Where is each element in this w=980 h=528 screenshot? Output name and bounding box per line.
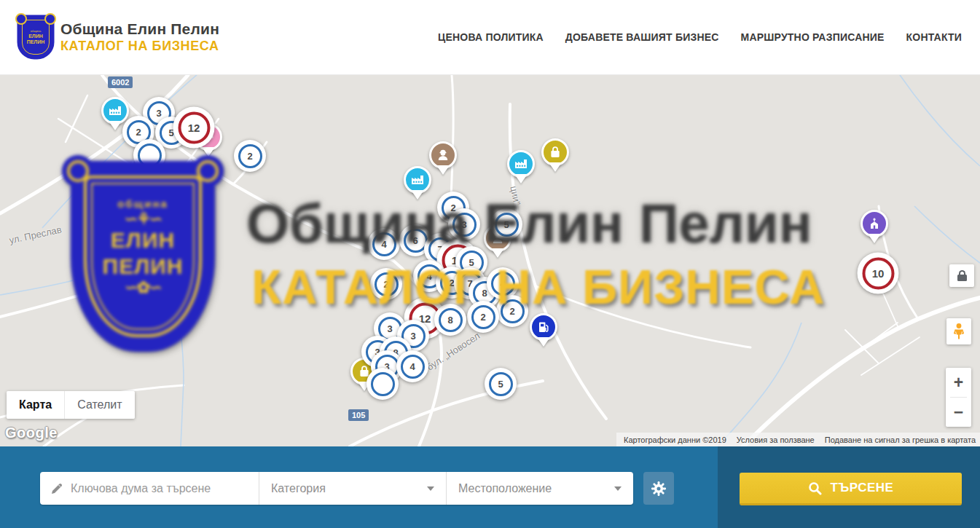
cluster-marker[interactable]: 8 <box>434 304 466 336</box>
road-number-badge: 6002 <box>108 76 133 88</box>
brand[interactable]: община ЕЛИНПЕЛИН Община Елин Пелин КАТАЛ… <box>18 16 219 58</box>
cluster-marker[interactable] <box>133 139 165 171</box>
cluster-count: 2 <box>375 272 399 296</box>
map-attribution: Картографски данни ©2019 Условия за полз… <box>616 433 980 446</box>
cluster-count <box>371 372 395 396</box>
header: община ЕЛИНПЕЛИН Община Елин Пелин КАТАЛ… <box>0 0 980 75</box>
cluster-marker[interactable]: 12 <box>173 107 215 149</box>
nav-schedule[interactable]: МАРШРУТНО РАЗПИСАНИЕ <box>741 31 885 43</box>
cluster-count: 10 <box>862 257 894 289</box>
chevron-down-icon <box>427 486 434 491</box>
cluster-marker[interactable]: 5 <box>485 368 517 400</box>
municipality-crest-logo: община ЕЛИНПЕЛИН <box>18 16 53 58</box>
map[interactable]: 6002105ул. Преславбул. „Новоселции" 3251… <box>0 75 980 446</box>
site-subtitle: КАТАЛОГ НА БИЗНЕСА <box>60 39 219 54</box>
google-logo: Google <box>5 425 58 441</box>
cluster-marker[interactable]: 4 <box>396 350 428 382</box>
cluster-count: 5 <box>495 213 519 237</box>
cluster-count <box>138 143 162 168</box>
map-type-satellite-button[interactable]: Сателит <box>64 391 134 419</box>
cluster-marker[interactable]: 10 <box>858 253 899 294</box>
location-select[interactable]: Местоположение <box>446 472 633 505</box>
cluster-count: 3 <box>452 213 477 237</box>
road-number-badge: 105 <box>348 409 369 421</box>
cluster-marker[interactable]: 2 <box>370 268 402 300</box>
nav-add-business[interactable]: ДОБАВЕТЕ ВАШИЯТ БИЗНЕС <box>565 31 719 43</box>
cluster-count: 5 <box>489 372 513 396</box>
factory-pin-marker[interactable] <box>101 97 129 125</box>
cluster-count: 12 <box>178 111 210 143</box>
lock-button[interactable] <box>949 264 974 287</box>
cluster-marker[interactable]: 2 <box>496 295 528 327</box>
cluster-marker[interactable]: 3 <box>448 208 480 240</box>
report-error-link[interactable]: Подаване на сигнал за грешка в картата <box>825 436 976 444</box>
cluster-marker[interactable]: 5 <box>490 208 522 240</box>
church-pin-marker[interactable] <box>861 210 888 237</box>
factory-pin-marker[interactable] <box>404 166 431 194</box>
cluster-count: 2 <box>471 305 495 329</box>
factory-pin-marker[interactable] <box>507 150 535 178</box>
search-bar: Категория Местоположение <box>0 446 980 528</box>
cluster-marker[interactable]: 2 <box>234 140 266 172</box>
fuel-pin-marker[interactable] <box>530 313 557 341</box>
cluster-count: 4 <box>401 355 425 379</box>
cluster-marker[interactable]: 2 <box>467 301 499 333</box>
search-button[interactable]: ТЪРСЕНЕ <box>740 473 962 505</box>
nav-pricing[interactable]: ЦЕНОВА ПОЛИТИКА <box>438 31 544 43</box>
crest-top-text: община <box>31 29 41 33</box>
attribution-copyright: Картографски данни ©2019 <box>624 436 726 444</box>
zoom-in-button[interactable]: + <box>946 368 971 397</box>
terms-link[interactable]: Условия за ползване <box>737 436 815 444</box>
site-title: Община Елин Пелин <box>60 20 219 38</box>
pegman-icon <box>952 323 966 340</box>
street-view-pegman-button[interactable] <box>946 318 971 344</box>
main-nav: ЦЕНОВА ПОЛИТИКА ДОБАВЕТЕ ВАШИЯТ БИЗНЕС М… <box>438 31 962 43</box>
category-select[interactable]: Категория <box>259 472 446 505</box>
worker-pin-marker[interactable] <box>429 141 457 169</box>
cluster-count: 8 <box>439 308 463 332</box>
keyword-input[interactable] <box>71 482 250 495</box>
advanced-settings-button[interactable] <box>643 472 674 505</box>
map-type-map-button[interactable]: Карта <box>7 391 64 419</box>
search-icon <box>808 481 822 495</box>
cluster-count: 2 <box>501 299 525 323</box>
cluster-count: 4 <box>372 232 396 256</box>
cluster-count: 2 <box>238 144 262 168</box>
map-type-control: Карта Сателит <box>7 391 135 419</box>
chevron-down-icon <box>614 486 622 491</box>
nav-contacts[interactable]: КОНТАКТИ <box>906 31 962 43</box>
pencil-icon <box>50 482 63 495</box>
cluster-marker[interactable] <box>366 368 399 400</box>
bag-pin-marker[interactable] <box>541 138 569 166</box>
zoom-control: + − <box>946 368 971 427</box>
gear-icon <box>651 481 667 497</box>
keyword-field[interactable] <box>40 472 259 505</box>
zoom-out-button[interactable]: − <box>946 398 971 427</box>
cluster-count: 4 <box>491 272 515 296</box>
cluster-marker[interactable]: 4 <box>368 228 400 260</box>
